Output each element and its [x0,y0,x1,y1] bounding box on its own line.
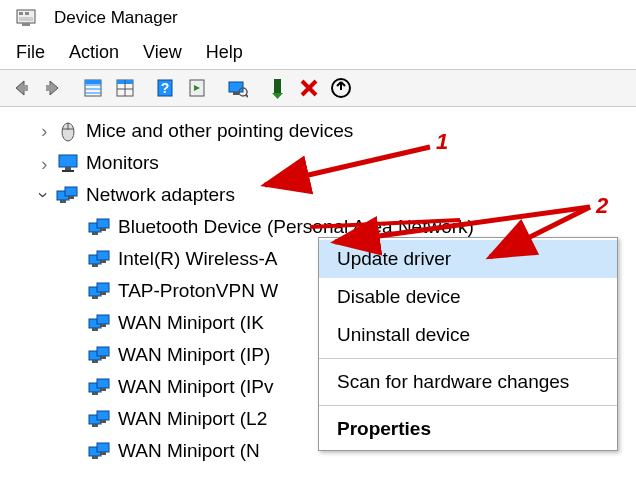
svg-rect-3 [19,17,33,21]
svg-rect-64 [100,420,106,423]
svg-rect-6 [46,85,51,91]
enable-device-button[interactable] [262,73,292,103]
svg-rect-23 [274,79,281,95]
titlebar: Device Manager [0,0,636,34]
monitor-icon [56,151,80,175]
svg-rect-11 [85,80,101,84]
menubar: File Action View Help [0,34,636,69]
toolbar: ? [0,69,636,107]
svg-rect-34 [65,187,77,196]
svg-rect-5 [23,85,28,91]
tree-item-monitors[interactable]: Monitors [0,147,636,179]
network-adapter-icon [56,183,80,207]
svg-rect-4 [22,23,30,26]
menu-help[interactable]: Help [206,42,243,63]
ctx-separator [319,358,617,359]
svg-rect-52 [100,324,106,327]
update-driver-button[interactable] [326,73,356,103]
svg-rect-51 [92,328,98,331]
svg-rect-46 [97,283,109,292]
disable-device-button[interactable] [294,73,324,103]
menu-file[interactable]: File [16,42,45,63]
svg-rect-2 [25,12,29,15]
svg-rect-31 [65,167,71,170]
menu-action[interactable]: Action [69,42,119,63]
annotation-1: 1 [436,129,448,155]
ctx-update-driver[interactable]: Update driver [319,240,617,278]
svg-rect-0 [17,10,35,23]
svg-rect-68 [100,452,106,455]
network-adapter-icon [88,343,112,367]
svg-line-22 [246,95,249,98]
svg-rect-60 [100,388,106,391]
tree-label: Network adapters [86,184,235,206]
svg-rect-48 [100,292,106,295]
svg-rect-56 [100,356,106,359]
network-adapter-icon [88,279,112,303]
svg-rect-50 [97,315,109,324]
tree-label: WAN Miniport (IP) [118,344,270,366]
svg-rect-66 [97,443,109,452]
svg-rect-55 [92,360,98,363]
list-view-button[interactable] [110,73,140,103]
svg-rect-44 [100,260,106,263]
tree-label: TAP-ProtonVPN W [118,280,278,302]
svg-rect-40 [100,228,106,231]
svg-rect-19 [229,82,243,92]
network-adapter-icon [88,247,112,271]
annotation-2: 2 [596,193,608,219]
svg-text:?: ? [161,80,170,96]
svg-rect-36 [68,196,74,199]
network-adapter-icon [88,407,112,431]
svg-rect-39 [92,232,98,235]
svg-rect-20 [233,92,239,95]
ctx-separator [319,405,617,406]
menu-view[interactable]: View [143,42,182,63]
svg-rect-43 [92,264,98,267]
detail-view-button[interactable] [78,73,108,103]
ctx-disable-device[interactable]: Disable device [319,278,617,316]
expand-icon[interactable] [36,123,52,139]
tree-label: WAN Miniport (IPv [118,376,274,398]
tree-label: WAN Miniport (N [118,440,260,462]
tree-label: WAN Miniport (L2 [118,408,267,430]
device-tree: Mice and other pointing devices Monitors… [0,107,636,467]
network-adapter-icon [88,439,112,463]
tree-label: Mice and other pointing devices [86,120,353,142]
action-button[interactable] [182,73,212,103]
svg-rect-59 [92,392,98,395]
tree-label: Bluetooth Device (Personal Area Network) [118,216,474,238]
help-button[interactable]: ? [150,73,180,103]
svg-rect-67 [92,456,98,459]
svg-rect-54 [97,347,109,356]
svg-rect-35 [60,200,66,203]
expand-icon[interactable] [36,155,52,171]
context-menu: Update driver Disable device Uninstall d… [318,237,618,451]
back-button[interactable] [6,73,36,103]
mouse-icon [56,119,80,143]
network-adapter-icon [88,215,112,239]
network-adapter-icon [88,375,112,399]
forward-button[interactable] [38,73,68,103]
svg-rect-38 [97,219,109,228]
svg-rect-62 [97,411,109,420]
window-title: Device Manager [54,8,178,28]
scan-hardware-button[interactable] [222,73,252,103]
ctx-uninstall-device[interactable]: Uninstall device [319,316,617,354]
tree-label: WAN Miniport (IK [118,312,264,334]
tree-label: Intel(R) Wireless-A [118,248,277,270]
ctx-properties[interactable]: Properties [319,410,617,448]
svg-rect-42 [97,251,109,260]
svg-rect-47 [92,296,98,299]
ctx-scan-hardware[interactable]: Scan for hardware changes [319,363,617,401]
network-adapter-icon [88,311,112,335]
svg-rect-58 [97,379,109,388]
expand-icon[interactable] [36,187,52,203]
svg-rect-1 [19,12,23,15]
svg-rect-63 [92,424,98,427]
app-icon [14,6,38,30]
tree-item-network-adapters[interactable]: Network adapters [0,179,636,211]
svg-rect-32 [62,170,74,172]
svg-rect-30 [59,155,77,167]
tree-item-mice[interactable]: Mice and other pointing devices [0,115,636,147]
